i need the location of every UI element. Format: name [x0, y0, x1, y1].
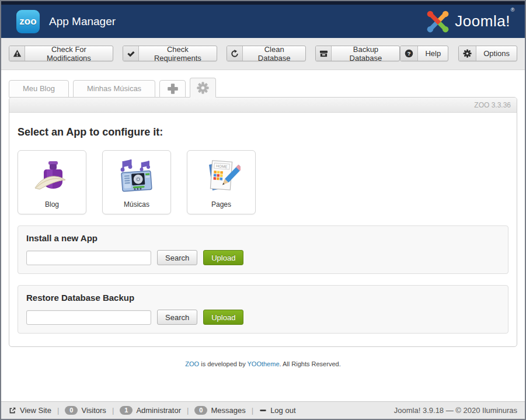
header-brand-left: zoo App Manager — [16, 10, 116, 33]
button-label: Backup Database — [332, 46, 399, 61]
separator: | — [112, 406, 114, 415]
button-label: Help — [418, 46, 448, 61]
check-requirements-button[interactable]: Check Requirements — [123, 46, 217, 61]
pages-icon: HOME — [202, 151, 241, 200]
button-label: Options — [476, 46, 517, 61]
plus-icon — [166, 82, 179, 95]
administrator-item[interactable]: 1 Administrator — [120, 406, 181, 415]
music-icon — [117, 151, 156, 200]
app-card-blog[interactable]: Blog — [18, 150, 86, 214]
button-label: Check For Modifications — [25, 46, 113, 61]
version-bar: ZOO 3.3.36 — [9, 98, 517, 113]
app-card-label: Blog — [45, 200, 59, 209]
status-bar: View Site | 0 Visitors | 1 Administrator… — [1, 401, 525, 419]
button-label: Clean Database — [243, 46, 306, 61]
archive-icon — [316, 46, 332, 61]
messages-item[interactable]: 0 Messages — [194, 406, 245, 415]
install-app-section: Install a new App Search Upload — [18, 225, 508, 274]
app-card-label: Músicas — [124, 200, 149, 209]
blog-icon — [33, 151, 71, 200]
pages-icon-home-text: HOME — [216, 164, 228, 168]
install-app-input[interactable] — [26, 251, 151, 265]
toolbar-right-group: ? Help Options — [400, 46, 517, 61]
restore-backup-heading: Restore Database Backup — [26, 293, 500, 303]
zoo-version: ZOO 3.3.36 — [474, 101, 511, 109]
restore-backup-row: Search Upload — [26, 310, 500, 325]
visitors-count-badge: 0 — [65, 406, 78, 415]
tab-add-app[interactable] — [159, 80, 186, 98]
logout-link[interactable]: Log out — [259, 406, 295, 415]
help-icon: ? — [400, 46, 418, 61]
yootheme-link[interactable]: YOOtheme — [248, 360, 280, 367]
joomla-wordmark: Joomla!® — [455, 12, 514, 30]
install-app-row: Search Upload — [26, 250, 500, 265]
gear-icon — [197, 82, 209, 94]
visitors-item[interactable]: 0 Visitors — [65, 406, 106, 415]
clean-database-button[interactable]: Clean Database — [227, 46, 306, 61]
separator: | — [252, 406, 253, 415]
restore-search-button[interactable]: Search — [157, 310, 197, 325]
workspace: Meu Blog Minhas Músicas ZOO 3.3.36 Selec… — [1, 70, 525, 401]
separator: | — [57, 406, 59, 415]
tab-bar: Meu Blog Minhas Músicas — [9, 70, 517, 98]
joomla-brand: Joomla!® — [426, 9, 514, 34]
help-button[interactable]: ? Help — [400, 46, 448, 61]
footer-text: is developed by — [199, 360, 247, 367]
gear-icon — [459, 46, 476, 61]
page-title: App Manager — [49, 15, 116, 28]
messages-count-badge: 0 — [194, 406, 207, 415]
content-panel: ZOO 3.3.36 Select an App to configure it… — [9, 97, 517, 347]
backup-database-button[interactable]: Backup Database — [315, 46, 400, 61]
logout-icon — [259, 407, 267, 414]
select-app-heading: Select an App to configure it: — [18, 126, 508, 138]
joomla-logo-icon — [426, 9, 450, 34]
app-window: zoo App Manager Joomla!® — [0, 0, 526, 420]
app-card-musicas[interactable]: Músicas — [102, 150, 171, 214]
joomla-version-copyright: Joomla! 3.9.18 — © 2020 Iluminuras — [394, 406, 517, 415]
options-button[interactable]: Options — [458, 46, 517, 61]
separator: | — [187, 406, 189, 415]
content-body: Select an App to configure it: — [9, 113, 517, 346]
redo-icon — [227, 46, 243, 61]
app-card-label: Pages — [211, 200, 231, 209]
zoo-logo-icon: zoo — [16, 10, 40, 33]
tab-settings[interactable] — [190, 78, 216, 98]
tab-meu-blog[interactable]: Meu Blog — [9, 80, 69, 98]
install-upload-button[interactable]: Upload — [203, 250, 243, 265]
toolbar: Check For Modifications Check Requiremen… — [1, 38, 525, 70]
footer-text: . All Rights Reserved. — [280, 360, 341, 367]
header: zoo App Manager Joomla!® — [1, 5, 525, 38]
svg-text:?: ? — [407, 51, 411, 57]
external-link-icon — [9, 407, 16, 414]
install-search-button[interactable]: Search — [157, 250, 197, 265]
registered-mark: ® — [511, 7, 515, 13]
zoo-link[interactable]: ZOO — [185, 360, 199, 367]
app-card-list: Blog — [18, 150, 508, 214]
restore-backup-input[interactable] — [26, 310, 151, 325]
app-card-pages[interactable]: HOME — [187, 150, 256, 214]
warning-icon — [9, 46, 25, 61]
view-site-link[interactable]: View Site — [9, 406, 51, 415]
check-icon — [123, 46, 139, 61]
tab-minhas-musicas[interactable]: Minhas Músicas — [73, 80, 155, 98]
install-app-heading: Install a new App — [26, 233, 500, 243]
footer-credit: ZOO is developed by YOOtheme. All Rights… — [9, 360, 517, 367]
admin-count-badge: 1 — [120, 406, 133, 415]
restore-upload-button[interactable]: Upload — [203, 310, 243, 325]
button-label: Check Requirements — [139, 46, 217, 61]
check-modifications-button[interactable]: Check For Modifications — [9, 46, 113, 61]
restore-backup-section: Restore Database Backup Search Upload — [18, 285, 508, 334]
toolbar-left-group: Check For Modifications Check Requiremen… — [9, 46, 400, 61]
